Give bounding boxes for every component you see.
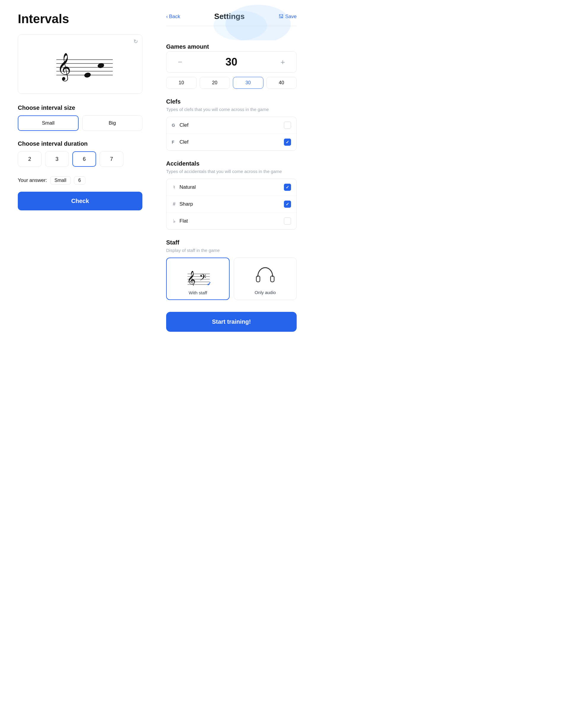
accidentals-title: Accidentals xyxy=(166,160,297,167)
music-staff-svg: 𝄞 xyxy=(42,43,119,85)
natural-item: ♮ Natural xyxy=(166,179,296,196)
clef-g-label: G Clef xyxy=(172,122,188,128)
flat-checkbox[interactable] xyxy=(284,217,291,225)
flat-label: ♭ Flat xyxy=(172,218,188,224)
with-staff-label: With staff xyxy=(189,290,207,295)
answer-label: Your answer: xyxy=(18,177,47,183)
natural-checkbox[interactable] xyxy=(284,184,291,191)
decrease-amount-button[interactable]: − xyxy=(175,57,185,67)
natural-text: Natural xyxy=(180,184,196,190)
staff-options-group: 𝄞 𝄢 ✓ With staff Only a xyxy=(166,257,297,300)
size-big-button[interactable]: Big xyxy=(82,115,142,131)
save-icon: 🖫 xyxy=(278,14,284,20)
flat-item: ♭ Flat xyxy=(166,213,296,229)
only-audio-option[interactable]: Only audio xyxy=(234,257,297,300)
settings-title: Settings xyxy=(214,12,245,21)
games-amount-value: 30 xyxy=(226,56,237,68)
games-amount-control: − 30 + xyxy=(166,51,297,73)
interval-size-label: Choose interval size xyxy=(18,104,142,111)
f-clef-letter: F xyxy=(172,140,176,145)
flat-symbol: ♭ xyxy=(172,218,176,224)
interval-duration-label: Choose interval duration xyxy=(18,140,142,147)
with-staff-option[interactable]: 𝄞 𝄢 ✓ With staff xyxy=(166,257,230,300)
only-audio-label: Only audio xyxy=(255,290,276,295)
accidentals-desc: Types of accidentals that you will come … xyxy=(166,168,297,174)
with-staff-icon-area: 𝄞 𝄢 ✓ xyxy=(185,264,211,287)
save-link[interactable]: 🖫 Save xyxy=(278,14,297,20)
dur-6-button[interactable]: 6 xyxy=(72,151,96,167)
preset-20-button[interactable]: 20 xyxy=(200,77,230,89)
preset-30-button[interactable]: 30 xyxy=(233,77,264,89)
staff-display: ↻ 𝄞 xyxy=(18,35,142,94)
staff-section: Staff Display of staff in the game 𝄞 xyxy=(166,239,297,300)
clef-g-checkbox[interactable] xyxy=(284,122,291,129)
size-small-button[interactable]: Small xyxy=(18,115,79,131)
sharp-text: Sharp xyxy=(180,201,193,207)
back-link[interactable]: ‹ Back xyxy=(166,14,180,20)
answer-duration-tag: 6 xyxy=(74,176,85,185)
svg-text:𝄞: 𝄞 xyxy=(57,53,71,82)
sharp-symbol: # xyxy=(172,202,176,207)
g-clef-letter: G xyxy=(172,123,176,128)
settings-header: ‹ Back Settings 🖫 Save xyxy=(166,12,297,26)
chevron-left-icon: ‹ xyxy=(166,14,168,20)
duration-options-group: 2 3 6 7 xyxy=(18,151,142,167)
sharp-checkbox[interactable] xyxy=(284,201,291,208)
clef-f-checkbox[interactable] xyxy=(284,139,291,146)
clefs-section: Clefs Types of clefs that you will come … xyxy=(166,98,297,151)
start-training-button[interactable]: Start training! xyxy=(166,312,297,332)
answer-row: Your answer: Small 6 xyxy=(18,176,142,185)
svg-text:𝄞: 𝄞 xyxy=(187,271,196,286)
back-label: Back xyxy=(169,14,181,20)
games-amount-section: Games amount − 30 + 10 20 30 40 xyxy=(166,43,297,89)
clefs-desc: Types of clefs that you will come across… xyxy=(166,106,297,112)
preset-row: 10 20 30 40 xyxy=(166,77,297,89)
dur-3-button[interactable]: 3 xyxy=(45,151,69,167)
size-options-group: Small Big xyxy=(18,115,142,131)
accidentals-list: ♮ Natural # Sharp ♭ Flat xyxy=(166,178,297,230)
check-button[interactable]: Check xyxy=(18,192,142,210)
natural-label: ♮ Natural xyxy=(172,184,196,190)
preset-40-button[interactable]: 40 xyxy=(267,77,297,89)
games-amount-title: Games amount xyxy=(166,43,297,50)
svg-text:𝄢: 𝄢 xyxy=(200,273,206,285)
accidentals-section: Accidentals Types of accidentals that yo… xyxy=(166,160,297,230)
right-panel: ‹ Back Settings 🖫 Save Games amount − 30… xyxy=(166,12,297,704)
with-staff-check: ✓ xyxy=(207,281,211,287)
refresh-icon[interactable]: ↻ xyxy=(133,38,138,45)
headphones-icon xyxy=(255,265,276,286)
staff-desc: Display of staff in the game xyxy=(166,247,297,253)
answer-size-tag: Small xyxy=(50,176,71,185)
dur-7-button[interactable]: 7 xyxy=(100,151,123,167)
clef-g-item: G Clef xyxy=(166,117,296,134)
page-title: Intervals xyxy=(18,12,142,26)
left-panel: Intervals ↻ 𝄞 Choose interval size Small… xyxy=(18,12,142,704)
preset-10-button[interactable]: 10 xyxy=(166,77,197,89)
save-label: Save xyxy=(285,14,297,20)
f-clef-text: Clef xyxy=(180,139,188,145)
natural-symbol: ♮ xyxy=(172,184,176,190)
g-clef-text: Clef xyxy=(180,122,188,128)
flat-text: Flat xyxy=(180,218,188,224)
svg-point-6 xyxy=(84,72,91,78)
clef-f-item: F Clef xyxy=(166,134,296,150)
increase-amount-button[interactable]: + xyxy=(277,57,288,67)
clefs-list: G Clef F Clef xyxy=(166,117,297,151)
dur-2-button[interactable]: 2 xyxy=(18,151,42,167)
only-audio-icon-area xyxy=(255,263,276,287)
clefs-title: Clefs xyxy=(166,98,297,105)
staff-title: Staff xyxy=(166,239,297,246)
sharp-label: # Sharp xyxy=(172,201,193,207)
clef-f-label: F Clef xyxy=(172,139,188,145)
sharp-item: # Sharp xyxy=(166,196,296,213)
